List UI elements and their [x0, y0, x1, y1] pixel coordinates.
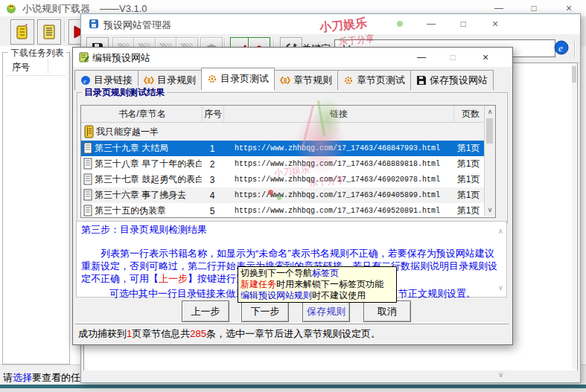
edit-preset-dialog: 编辑预设网站 — □ × e 目录链接 目录规则 目录页测试 章节规则 章节页测…	[72, 47, 513, 345]
result-table: 书名/章节名 序号 链接 页数 我只能穿越一半 第三十九章 大结局 1 http…	[80, 105, 496, 218]
table-row[interactable]: 第三十五的伪装章 5 https://www.zhhbqg.com/17_174…	[81, 203, 495, 218]
bottom-edge	[0, 388, 586, 392]
result-table-header: 书名/章节名 序号 链接 页数	[81, 106, 495, 123]
dialog-close-button[interactable]: ×	[471, 50, 500, 65]
app-icon	[5, 2, 17, 14]
prev-step-button[interactable]: 上一步	[182, 301, 229, 322]
header-name[interactable]: 书名/章节名	[81, 106, 203, 122]
task-list-header: 序号	[6, 57, 66, 76]
rule-list-button[interactable]	[37, 19, 61, 45]
dialog-maximize-button[interactable]: □	[438, 50, 468, 65]
table-row[interactable]: 第三十九章 大结局 1 https://www.zhhbqg.com/17_17…	[81, 141, 495, 156]
gear-icon	[207, 74, 217, 84]
svg-text:*: *	[25, 23, 28, 29]
page-icon	[83, 189, 93, 202]
scrollbar-thumb[interactable]	[572, 66, 576, 83]
svg-text:e: e	[83, 77, 86, 84]
table-row[interactable]: 第三十八章 早了十年的表白 2 https://www.zhhbqg.com/1…	[81, 156, 495, 172]
tab-chapter-rule[interactable]: 章节规则	[274, 70, 338, 90]
scrollbar-thumb[interactable]	[486, 118, 493, 144]
page-icon	[83, 142, 93, 155]
scroll-up-icon[interactable]: ∧	[485, 108, 495, 115]
main-status-text: 请选择要查看的任务	[3, 371, 90, 385]
page-icon	[83, 173, 93, 186]
select-link[interactable]: 选择	[13, 372, 32, 383]
table-row[interactable]: 第三十六章 事了拂身去 4 https://www.zhhbqg.com/17_…	[81, 187, 495, 203]
table-row-book[interactable]: 我只能穿越一半	[81, 123, 495, 141]
task-column-divider	[48, 59, 48, 74]
scroll-down-icon[interactable]: ∨	[485, 206, 495, 213]
tab-catalog-page-test[interactable]: 目录页测试	[201, 68, 275, 90]
gear-icon	[343, 75, 354, 86]
svg-text:e: e	[558, 42, 563, 54]
dialog-titlebar: 编辑预设网站 — □ ×	[73, 48, 512, 67]
task-list-panel: 下载任务列表 序号	[2, 52, 70, 364]
tab-save-preset[interactable]: 保存预设网站	[410, 70, 494, 90]
task-column-header: 序号	[12, 61, 30, 74]
chevron-down-icon[interactable]: ∨	[498, 370, 503, 379]
tab-tooltip: 切换到下一个导航标签页 新建任务时用来解锁下一标签页功能 编辑预设网站规则时不建…	[238, 266, 397, 303]
table-row[interactable]: 第三十七章 鼓起勇气的表白 3 https://www.zhhbqg.com/1…	[81, 172, 495, 187]
book-icon	[83, 124, 95, 139]
manager-minimize-button[interactable]: —	[416, 16, 446, 31]
header-link[interactable]: 链接	[224, 106, 454, 122]
table-scrollbar[interactable]: ∧ ∨	[484, 106, 495, 216]
manager-maximize-button[interactable]: □	[448, 16, 478, 31]
rule-list-icon	[144, 75, 154, 86]
browser-search-icon: e	[553, 39, 570, 56]
header-index[interactable]: 序号	[203, 106, 224, 122]
manager-app-icon	[88, 18, 100, 30]
manager-window-title: 预设网站管理器	[103, 19, 171, 32]
page-icon	[83, 158, 93, 170]
book-name: 我只能穿越一半	[96, 126, 159, 138]
back-step-ref: 上一步	[159, 273, 188, 284]
page-icon	[83, 205, 93, 217]
cancel-button[interactable]: 取消	[363, 301, 411, 322]
instruction-step-title: 第三步：目录页规则检测结果	[81, 223, 502, 236]
scroll-up-icon[interactable]: ∧	[498, 225, 503, 237]
browser-icon: e	[80, 75, 91, 86]
next-step-button[interactable]: 下一步	[241, 301, 289, 322]
edit-pad-icon	[78, 51, 90, 63]
search-website-button[interactable]: e	[552, 38, 571, 57]
dialog-minimize-button[interactable]: —	[407, 50, 436, 65]
manager-bottom-strip: ∨	[83, 370, 578, 381]
scroll-down-icon[interactable]: ∨	[498, 281, 503, 294]
dialog-title: 编辑预设网站	[92, 51, 150, 65]
toolbar-separator	[574, 39, 575, 58]
test-result-group-title: 目录页规则测试结果	[82, 86, 167, 99]
rule-list-icon	[280, 75, 290, 86]
manager-close-button[interactable]: ×	[480, 16, 510, 31]
dialog-status-text: 成功捕获到1页章节信息共285条，选中一章节后进入章节规则设定页。	[75, 324, 509, 341]
header-pages[interactable]: 页数	[454, 106, 487, 122]
website-list-scrollbar[interactable]	[572, 64, 576, 369]
save-rule-button[interactable]: 保存规则	[302, 301, 350, 322]
toolbar-separator	[64, 21, 65, 42]
notebook-list-icon	[42, 23, 57, 41]
save-icon	[416, 75, 427, 86]
manager-titlebar: 预设网站管理器 — □ ×	[81, 14, 580, 34]
new-rule-button[interactable]: *	[10, 19, 34, 45]
tab-chapter-page-test[interactable]: 章节页测试	[337, 70, 411, 90]
new-notebook-icon: *	[15, 23, 30, 41]
